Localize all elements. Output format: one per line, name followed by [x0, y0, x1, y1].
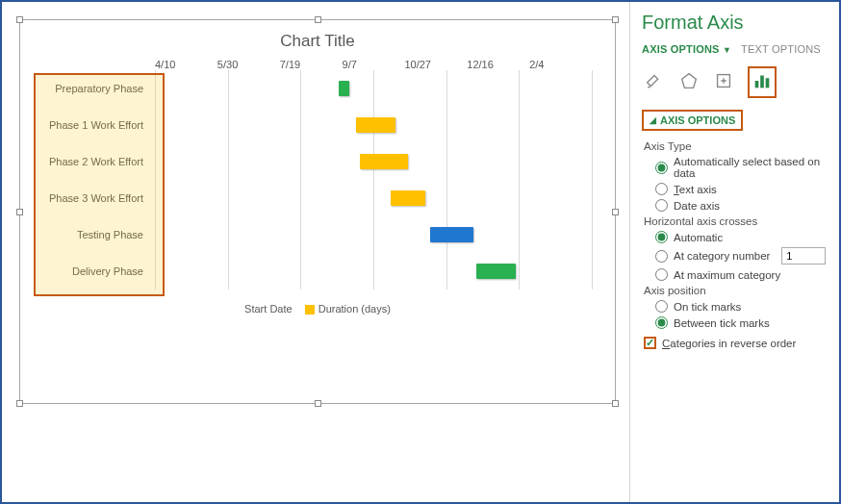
axis-options-section-header[interactable]: ◢AXIS OPTIONS [642, 110, 743, 131]
resize-handle[interactable] [16, 400, 23, 407]
resize-handle[interactable] [612, 16, 619, 23]
radio-crosses-at-max[interactable]: At maximum category [655, 268, 828, 281]
collapse-icon: ◢ [650, 115, 656, 125]
svg-rect-2 [755, 81, 759, 88]
tab-text-options[interactable]: TEXT OPTIONS [741, 43, 821, 59]
category-number-input[interactable] [781, 247, 826, 265]
checkbox-reverse-order[interactable]: ✓ Categories in reverse order [644, 337, 828, 349]
legend-entry-start: Start Date [244, 303, 293, 315]
legend-swatch-icon [305, 305, 315, 315]
fill-line-icon[interactable] [644, 70, 665, 94]
x-tick: 7/19 [280, 59, 343, 70]
svg-rect-4 [766, 78, 770, 88]
x-axis[interactable]: 4/10 5/30 7/19 9/7 10/27 12/16 2/4 [20, 59, 592, 70]
x-tick: 4/10 [155, 59, 217, 70]
axis-position-label: Axis position [644, 285, 828, 296]
tab-axis-options[interactable]: AXIS OPTIONS ▼ [642, 43, 731, 59]
data-bar[interactable] [476, 264, 516, 279]
dropdown-icon[interactable]: ▼ [723, 45, 731, 55]
legend-entry-duration: Duration (days) [319, 303, 391, 315]
x-tick: 12/16 [467, 59, 529, 70]
x-tick: 9/7 [343, 59, 405, 70]
resize-handle[interactable] [16, 16, 23, 23]
radio-between-tick[interactable]: Between tick marks [655, 316, 828, 329]
size-properties-icon[interactable] [713, 70, 734, 94]
data-bar[interactable] [356, 117, 395, 133]
radio-crosses-at-category[interactable]: At category number [655, 247, 828, 265]
resize-handle[interactable] [315, 16, 321, 23]
resize-handle[interactable] [612, 209, 619, 215]
format-axis-panel: Format Axis AXIS OPTIONS ▼ TEXT OPTIONS … [629, 2, 839, 502]
data-bar[interactable] [391, 190, 425, 206]
x-tick: 5/30 [217, 59, 280, 70]
h-crosses-label: Horizontal axis crosses [644, 215, 828, 227]
x-tick: 2/4 [529, 59, 592, 70]
radio-date-axis[interactable]: Date axis [655, 199, 828, 212]
radio-on-tick[interactable]: On tick marks [655, 300, 828, 313]
panel-title: Format Axis [642, 12, 828, 34]
resize-handle[interactable] [612, 400, 619, 407]
radio-text-axis[interactable]: Text axis [655, 183, 828, 195]
checkbox-icon: ✓ [644, 337, 656, 349]
chart-pane: Chart Title 4/10 5/30 7/19 9/7 10/27 12/… [2, 2, 629, 502]
data-bar[interactable] [360, 154, 408, 169]
radio-crosses-auto[interactable]: Automatic [655, 231, 828, 243]
x-tick: 10/27 [404, 59, 467, 70]
svg-rect-3 [760, 76, 764, 88]
effects-icon[interactable] [678, 70, 700, 94]
svg-marker-0 [682, 74, 697, 88]
radio-auto-select[interactable]: Automatically select based on data [655, 156, 828, 179]
data-bar[interactable] [430, 227, 473, 242]
category-axis-selection[interactable] [34, 73, 165, 296]
axis-type-label: Axis Type [644, 140, 828, 152]
axis-options-icon[interactable] [748, 66, 777, 98]
chart-title[interactable]: Chart Title [20, 20, 615, 59]
data-bar[interactable] [339, 81, 349, 96]
resize-handle[interactable] [315, 400, 321, 407]
chart-object[interactable]: Chart Title 4/10 5/30 7/19 9/7 10/27 12/… [19, 19, 616, 404]
